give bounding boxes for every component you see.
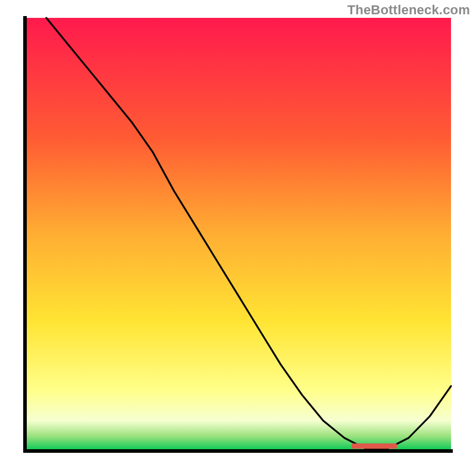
minimum-marker <box>352 443 397 449</box>
plot-background <box>25 18 451 451</box>
chart-svg <box>0 0 476 476</box>
watermark-text: TheBottleneck.com <box>347 2 470 18</box>
chart-root: TheBottleneck.com <box>0 0 476 476</box>
